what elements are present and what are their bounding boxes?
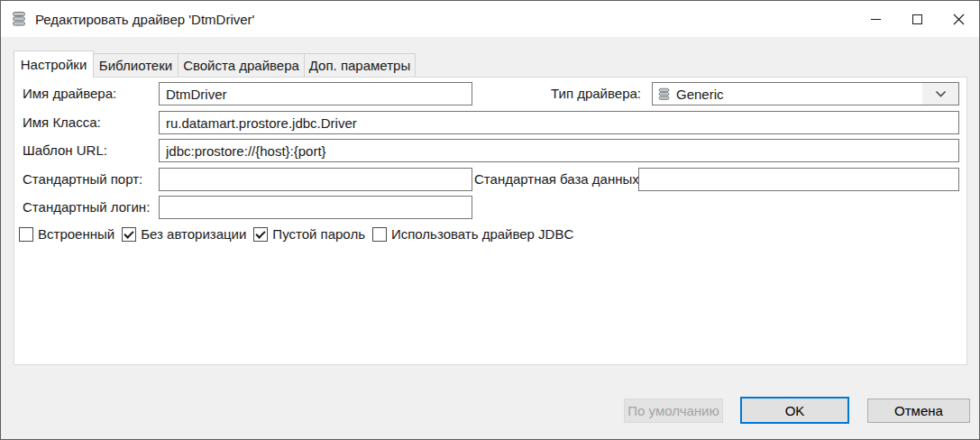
- checkbox-embedded[interactable]: Встроенный: [19, 226, 114, 242]
- checkbox-empty-password[interactable]: Пустой пароль: [253, 226, 365, 242]
- checkbox-label: Пустой пароль: [272, 226, 365, 242]
- url-template-label: Шаблон URL:: [23, 142, 107, 158]
- ok-button[interactable]: OK: [740, 397, 849, 424]
- default-button: По умолчанию: [624, 399, 723, 423]
- tab-settings[interactable]: Настройки: [14, 50, 94, 78]
- checkbox-label: Использовать драйвер JDBC: [391, 226, 573, 242]
- default-port-input[interactable]: [159, 168, 472, 191]
- checkbox-box[interactable]: [122, 227, 136, 242]
- titlebar: Редактировать драйвер 'DtmDriver': [1, 1, 979, 37]
- class-name-label: Имя Класса:: [23, 115, 101, 130]
- url-template-input[interactable]: [159, 139, 959, 162]
- default-database-label: Стандартная база данных:: [474, 171, 643, 187]
- window-title: Редактировать драйвер 'DtmDriver': [35, 12, 254, 27]
- edit-driver-dialog: Редактировать драйвер 'DtmDriver' Настро…: [0, 0, 980, 440]
- default-login-input[interactable]: [159, 196, 472, 219]
- checkbox-box[interactable]: [372, 227, 387, 242]
- driver-type-label: Тип драйвера:: [551, 86, 641, 101]
- checkbox-no-authorization[interactable]: Без авторизации: [122, 226, 246, 242]
- driver-type-value: Generic: [676, 87, 922, 102]
- default-database-input[interactable]: [638, 168, 959, 191]
- window-controls: [855, 1, 979, 37]
- tab-libraries[interactable]: Библиотеки: [93, 53, 179, 77]
- close-button[interactable]: [938, 1, 979, 37]
- chevron-down-icon: [935, 90, 947, 98]
- maximize-button[interactable]: [896, 1, 938, 37]
- driver-type-select[interactable]: Generic: [652, 82, 959, 105]
- database-icon: [657, 87, 671, 101]
- driver-name-input[interactable]: [159, 82, 472, 105]
- default-login-label: Стандартный логин:: [23, 199, 150, 215]
- maximize-icon: [912, 14, 922, 24]
- tab-driver-properties[interactable]: Свойста драйвера: [178, 53, 305, 77]
- checkbox-use-jdbc-driver[interactable]: Использовать драйвер JDBC: [372, 226, 573, 242]
- tab-extra-parameters[interactable]: Доп. параметры: [304, 53, 416, 77]
- database-icon: [11, 11, 27, 27]
- checkbox-label: Без авторизации: [141, 226, 246, 242]
- checkbox-box[interactable]: [19, 227, 33, 242]
- class-name-input[interactable]: [159, 111, 959, 134]
- driver-flags-row: Встроенный Без авторизации Пустой пароль…: [19, 226, 573, 242]
- checkbox-box[interactable]: [253, 227, 268, 242]
- cancel-button[interactable]: Отмена: [867, 399, 970, 423]
- checkbox-label: Встроенный: [38, 226, 114, 242]
- driver-name-label: Имя драйвера:: [23, 86, 116, 101]
- default-port-label: Стандартный порт:: [23, 171, 142, 187]
- minimize-button[interactable]: [855, 1, 896, 37]
- close-icon: [953, 14, 965, 25]
- minimize-icon: [871, 19, 881, 20]
- driver-type-dropdown-button[interactable]: [922, 83, 958, 105]
